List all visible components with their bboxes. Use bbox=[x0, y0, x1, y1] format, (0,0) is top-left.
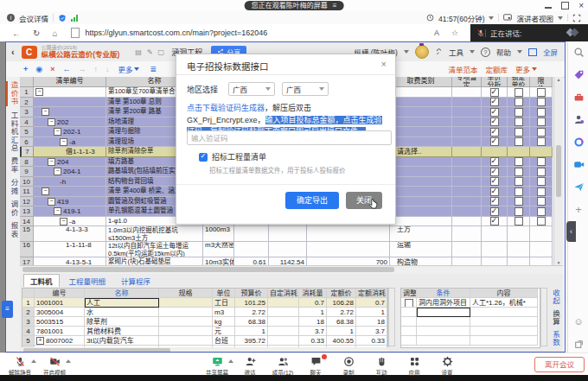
resource-name-cell[interactable]: 除草剂 bbox=[85, 317, 159, 327]
confirm-export-button[interactable]: 确定导出 bbox=[285, 192, 339, 209]
app-fullscreen-button[interactable]: 全屏 bbox=[543, 47, 558, 57]
special-cell[interactable] bbox=[452, 147, 482, 157]
unit-analysis-checkbox[interactable] bbox=[490, 197, 499, 206]
move-down-icon[interactable]: ↓ bbox=[105, 66, 110, 73]
list-view-icon[interactable]: ≣ bbox=[150, 65, 157, 73]
insert-icon[interactable]: + bbox=[23, 66, 28, 73]
unit-cell[interactable]: 1000m3 bbox=[203, 226, 234, 242]
fee-type-cell[interactable] bbox=[390, 87, 452, 98]
font-size-icon[interactable]: A bbox=[434, 29, 439, 37]
bill-code-cell[interactable]: −204-1 bbox=[34, 167, 106, 177]
side-tab-2[interactable]: 换算 bbox=[551, 310, 561, 326]
lock-price-checkbox[interactable] bbox=[514, 117, 523, 126]
unit-cell[interactable]: m3 bbox=[213, 308, 235, 317]
row-number[interactable]: 4 bbox=[20, 117, 34, 128]
fee-type-cell[interactable]: 土方 bbox=[390, 226, 452, 242]
quota-usage-cell[interactable]: 0.33 bbox=[356, 336, 387, 346]
content-cell[interactable] bbox=[470, 327, 538, 336]
send-icon[interactable] bbox=[568, 176, 588, 197]
fee-type-cell[interactable] bbox=[390, 197, 452, 207]
pen-icon[interactable]: ✎ bbox=[147, 48, 153, 56]
quota-usage-cell[interactable]: 3.7 bbox=[356, 327, 387, 336]
unit-analysis-cell[interactable] bbox=[482, 167, 508, 177]
usage-cell[interactable]: 0.33 bbox=[299, 336, 327, 346]
budget-price-cell[interactable]: 68.38 bbox=[235, 317, 268, 327]
watching-banner[interactable]: 您正在观看陈叶梅的屏幕 ≡ bbox=[245, 1, 344, 10]
resource-name-cell[interactable]: 其他材料费 bbox=[85, 327, 159, 336]
unit-cell[interactable]: kg bbox=[213, 317, 235, 327]
lock-price-cell[interactable] bbox=[508, 197, 530, 207]
special-cell[interactable] bbox=[452, 157, 482, 168]
bill-name-cell[interactable]: 1.0m3以内挖掘机挖基坑≤1500m3土方 bbox=[106, 226, 203, 242]
view-mode-chevron-icon[interactable] bbox=[558, 16, 563, 20]
lock-price-checkbox[interactable] bbox=[514, 157, 523, 166]
output-limit-cell[interactable] bbox=[530, 206, 553, 217]
verification-code-input[interactable] bbox=[187, 130, 392, 145]
row-number[interactable]: 8 bbox=[20, 157, 34, 168]
vertical-scrollbar[interactable]: ▲▼ bbox=[553, 77, 563, 265]
unit-analysis-checkbox[interactable] bbox=[490, 137, 499, 146]
qty-cell[interactable]: 0.61 bbox=[234, 257, 269, 265]
redo-icon[interactable]: → bbox=[78, 66, 86, 73]
collapse-node-icon[interactable]: − bbox=[54, 168, 61, 175]
fee-type-cell[interactable] bbox=[390, 157, 452, 168]
leave-meeting-button[interactable]: 离开会议 bbox=[534, 357, 585, 372]
special-cell[interactable] bbox=[452, 177, 482, 187]
lock-price-cell[interactable] bbox=[508, 87, 530, 98]
quota-library-link[interactable]: 定额库 bbox=[485, 64, 508, 74]
spec-cell[interactable] bbox=[159, 327, 213, 336]
budget-price-cell[interactable]: 2.72 bbox=[235, 308, 268, 317]
condition-cell[interactable] bbox=[417, 336, 470, 346]
maximize-icon[interactable] bbox=[561, 2, 569, 10]
unit-analysis-cell[interactable] bbox=[482, 187, 508, 197]
unit-cell[interactable]: 工日 bbox=[213, 298, 235, 308]
browser-reload-icon[interactable]: ↻ bbox=[33, 29, 40, 38]
resource-code-cell[interactable]: +8007002 bbox=[35, 336, 85, 346]
bill-name-cell[interactable]: 12t以内自卸汽车运土每增运0.5km(平均运距15km以内) bbox=[106, 242, 203, 257]
bill-option-checkbox[interactable] bbox=[199, 153, 208, 162]
unit-analysis-cell[interactable] bbox=[482, 127, 508, 137]
spec-cell[interactable] bbox=[159, 336, 213, 346]
bill-name-cell[interactable]: 浆砌片(块)石基础垫层 bbox=[106, 257, 203, 265]
tools-chevron-icon[interactable] bbox=[470, 50, 475, 54]
special-cell[interactable] bbox=[452, 197, 482, 207]
toolbox-icon[interactable] bbox=[568, 86, 588, 107]
delete-icon[interactable]: × bbox=[50, 66, 54, 73]
help-chevron-icon[interactable] bbox=[517, 50, 522, 54]
page-icon[interactable]: ▢ bbox=[158, 48, 165, 56]
fee-type-cell[interactable] bbox=[390, 187, 452, 197]
unit-analysis-checkbox[interactable] bbox=[490, 217, 499, 225]
bill-code-cell[interactable]: 借1-1-1-3 bbox=[34, 147, 106, 157]
row-number[interactable]: 16 bbox=[20, 242, 34, 257]
price-cell[interactable]: 1142.54 bbox=[269, 257, 307, 265]
budget-price-cell[interactable]: 1 bbox=[235, 327, 268, 336]
special-cell[interactable] bbox=[452, 226, 482, 242]
special-cell[interactable] bbox=[452, 98, 482, 108]
move-up-icon[interactable]: ↑ bbox=[93, 66, 98, 73]
lock-price-cell[interactable] bbox=[508, 167, 530, 177]
output-limit-checkbox[interactable] bbox=[537, 177, 546, 186]
side-tab-3[interactable]: 系数 bbox=[551, 331, 561, 346]
lock-price-cell[interactable] bbox=[508, 217, 530, 227]
custom-usage-cell[interactable] bbox=[268, 308, 299, 317]
collapse-node-icon[interactable]: − bbox=[48, 158, 55, 166]
output-limit-checkbox[interactable] bbox=[537, 108, 546, 117]
meeting-interact-button[interactable]: 互动 bbox=[367, 356, 396, 377]
lock-price-checkbox[interactable] bbox=[514, 137, 523, 146]
annotation-handle-icon[interactable]: ≡ bbox=[2, 301, 13, 318]
back-chevron-icon[interactable]: ‹ bbox=[11, 47, 15, 57]
meeting-screen-share-button[interactable]: 共享屏幕 bbox=[202, 356, 232, 377]
resource-row[interactable]: 35003515除草剂kg68.381868.3818 bbox=[22, 317, 387, 327]
row-number[interactable]: 6 bbox=[20, 137, 34, 148]
output-limit-checkbox[interactable] bbox=[537, 207, 546, 216]
output-limit-cell[interactable] bbox=[530, 157, 553, 168]
unit-analysis-checkbox[interactable] bbox=[490, 108, 499, 117]
collapse-strip-icon[interactable]: ‹ bbox=[566, 221, 576, 242]
unit-cell[interactable]: 台班 bbox=[213, 336, 235, 346]
output-limit-checkbox[interactable] bbox=[537, 187, 546, 196]
bill-code-cell[interactable]: 4-13-5-1 bbox=[34, 257, 106, 265]
special-cell[interactable] bbox=[452, 117, 482, 128]
bill-row[interactable]: 174-13-5-1浆砌片(块)石基础垫层10m3实体0.611142.5470… bbox=[20, 257, 563, 265]
lock-price-checkbox[interactable] bbox=[514, 207, 523, 216]
quota-price-cell[interactable]: 2.72 bbox=[327, 308, 356, 317]
